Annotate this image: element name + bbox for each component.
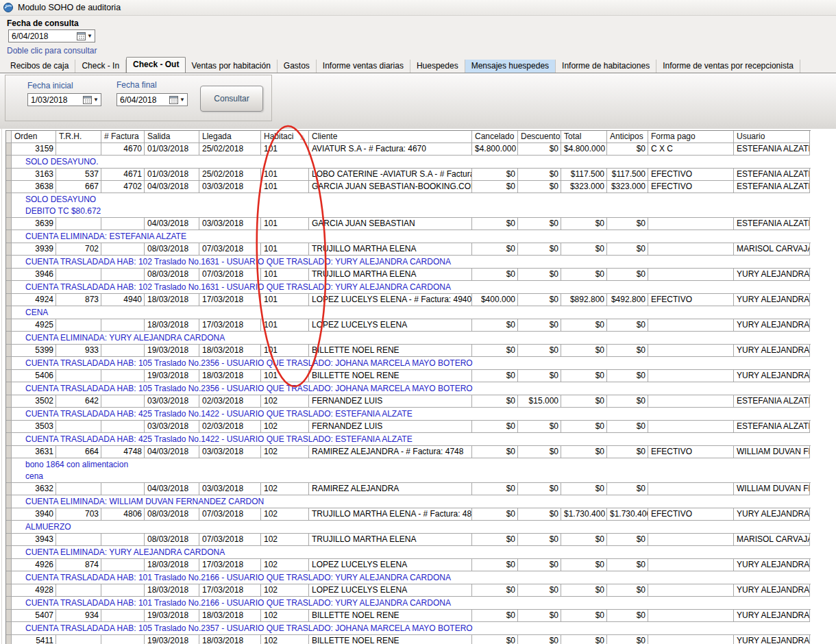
note-row[interactable]: CENA: [6, 306, 811, 319]
column-header-cliente[interactable]: Cliente: [309, 131, 472, 143]
row-selector[interactable]: [6, 357, 12, 370]
note-row[interactable]: CUENTA ELIMINADA: ESTEFANIA ALZATE: [6, 230, 811, 243]
table-row[interactable]: 492518/03/201817/03/2018101LOPEZ LUCELYS…: [6, 319, 811, 332]
row-selector[interactable]: [6, 156, 12, 169]
column-header-salida[interactable]: Salida: [145, 131, 199, 143]
row-selector[interactable]: [6, 521, 12, 534]
table-row[interactable]: 3638667470204/03/201803/03/2018101GARCIA…: [6, 181, 811, 193]
tab-informe-de-habitaciones[interactable]: Informe de habitaciones: [556, 60, 656, 73]
tab-informe-ventas-diarias[interactable]: Informe ventas diarias: [317, 60, 410, 73]
tab-informe-ventas-recepcionista[interactable]: Informe de ventas por recepcionista: [656, 60, 800, 73]
tab-check-out[interactable]: Check - Out: [126, 57, 186, 73]
row-selector[interactable]: [6, 395, 12, 408]
note-row[interactable]: SOLO DESAYUNO.: [6, 156, 811, 169]
column-header-anticipos[interactable]: Anticipos: [607, 131, 648, 143]
table-row[interactable]: 492818/03/201817/03/2018102LOPEZ LUCELYS…: [6, 584, 811, 597]
column-header-trh[interactable]: T.R.H.: [56, 131, 101, 143]
note-row[interactable]: bono 1864 con alimentacioncena: [6, 458, 811, 483]
table-row[interactable]: 363204/03/201803/03/2018102RAMIREZ ALEJA…: [6, 483, 811, 495]
row-selector[interactable]: [6, 306, 12, 319]
note-row[interactable]: SOLO DESAYUNODEBITO TC $80.672: [6, 193, 811, 218]
row-selector[interactable]: [6, 458, 12, 483]
note-row[interactable]: CUENTA TRASLADADA HAB: 102 Traslado No.1…: [6, 281, 811, 294]
note-row[interactable]: CUENTA ELIMINADA: YURY ALEJANDRA CARDONA: [6, 546, 811, 559]
note-row[interactable]: ALMUERZO: [6, 521, 811, 534]
table-row[interactable]: 540793419/03/201818/03/2018102BILLETTE N…: [6, 610, 811, 622]
calendar-dropdown-button[interactable]: ▼: [77, 32, 95, 40]
note-row[interactable]: CUENTA TRASLADADA HAB: 101 Traslado No.2…: [6, 597, 811, 610]
row-selector[interactable]: [6, 218, 12, 230]
table-row[interactable]: 539993319/03/201818/03/2018101BILLETTE N…: [6, 345, 811, 357]
note-row[interactable]: CUENTA TRASLADADA HAB: 101 Traslado No.2…: [6, 571, 811, 584]
note-row[interactable]: CUENTA TRASLADADA HAB: 425 Traslado No.1…: [6, 408, 811, 421]
row-selector[interactable]: [6, 169, 12, 181]
fecha-inicial-input[interactable]: 1/03/2018 ▼: [27, 93, 101, 106]
calendar-dropdown-button[interactable]: ▼: [83, 96, 101, 104]
column-header-factura[interactable]: # Factura: [101, 131, 145, 143]
tab-gastos[interactable]: Gastos: [278, 60, 317, 73]
note-row[interactable]: CUENTA TRASLADADA HAB: 105 Traslado No.2…: [6, 622, 811, 635]
row-selector[interactable]: [6, 508, 12, 521]
table-row[interactable]: 3631664474804/03/201803/03/2018102RAMIRE…: [6, 446, 811, 458]
row-selector[interactable]: [6, 281, 12, 294]
row-selector[interactable]: [6, 256, 12, 269]
fecha-final-input[interactable]: 6/04/2018 ▼: [116, 93, 188, 106]
table-row[interactable]: 363904/03/201803/03/2018101GARCIA JUAN S…: [6, 218, 811, 230]
row-selector[interactable]: [6, 243, 12, 256]
column-header-llegada[interactable]: Llegada: [199, 131, 261, 143]
column-header-habitacion[interactable]: Habitaci△: [261, 131, 309, 143]
column-header-descuento[interactable]: Descuento: [518, 131, 561, 143]
table-row[interactable]: 541119/03/201818/03/2018102BILLETTE NOEL…: [6, 635, 811, 644]
note-row[interactable]: CUENTA TRASLADADA HAB: 105 Traslado No.2…: [6, 382, 811, 395]
row-selector[interactable]: [6, 181, 12, 193]
column-header-total[interactable]: Total: [561, 131, 607, 143]
row-selector[interactable]: [6, 345, 12, 357]
row-selector[interactable]: [6, 193, 12, 218]
column-header-forma_pago[interactable]: Forma pago: [648, 131, 734, 143]
row-selector[interactable]: [6, 534, 12, 546]
note-row[interactable]: CUENTA TRASLADADA HAB: 105 Traslado No.2…: [6, 357, 811, 370]
row-selector[interactable]: [6, 571, 12, 584]
table-row[interactable]: 350303/03/201802/03/2018102FERNANDEZ LUI…: [6, 421, 811, 433]
tab-huespedes[interactable]: Huespedes: [410, 60, 465, 73]
row-selector[interactable]: [6, 382, 12, 395]
table-row[interactable]: 394608/03/201807/03/2018101TRUJILLO MART…: [6, 269, 811, 281]
row-selector[interactable]: [6, 433, 12, 446]
fecha-consulta-input[interactable]: 6/04/2018 ▼: [8, 29, 95, 42]
calendar-dropdown-button[interactable]: ▼: [169, 96, 187, 104]
column-header-cancelado[interactable]: Cancelado: [472, 131, 518, 143]
row-selector[interactable]: [6, 319, 12, 332]
row-selector[interactable]: [6, 230, 12, 243]
row-selector[interactable]: [6, 483, 12, 495]
column-header-usuario[interactable]: Usuario: [734, 131, 810, 143]
row-selector[interactable]: [6, 610, 12, 622]
row-selector[interactable]: [6, 421, 12, 433]
note-row[interactable]: CUENTA TRASLADADA HAB: 425 Traslado No.1…: [6, 433, 811, 446]
table-row[interactable]: 350264203/03/201802/03/2018102FERNANDEZ …: [6, 395, 811, 408]
table-row[interactable]: 4924873494018/03/201817/03/2018101LOPEZ …: [6, 294, 811, 306]
row-selector[interactable]: [6, 584, 12, 597]
row-selector[interactable]: [6, 546, 12, 559]
consultar-button[interactable]: Consultar: [200, 86, 263, 112]
row-selector[interactable]: [6, 143, 12, 156]
row-selector[interactable]: [6, 294, 12, 306]
row-selector[interactable]: [6, 269, 12, 281]
note-row[interactable]: CUENTA ELIMINADA: WILLIAM DUVAN FERNANDE…: [6, 495, 811, 508]
tab-check-in[interactable]: Check - In: [75, 60, 126, 73]
tab-mensajes-huespedes[interactable]: Mensajes huespedes: [465, 60, 556, 73]
tab-ventas-por-habitacion[interactable]: Ventas por habitación: [185, 60, 277, 73]
table-row[interactable]: 3940703480608/03/201807/03/2018102TRUJIL…: [6, 508, 811, 521]
row-selector[interactable]: [6, 597, 12, 610]
table-row[interactable]: 3163537467101/03/201825/02/2018101LOBO C…: [6, 169, 811, 181]
row-selector[interactable]: [6, 446, 12, 458]
table-row[interactable]: 3159467001/03/201825/02/2018101AVIATUR S…: [6, 143, 811, 156]
row-selector[interactable]: [6, 408, 12, 421]
row-selector[interactable]: [6, 332, 12, 345]
table-row[interactable]: 394308/03/201807/03/2018102TRUJILLO MART…: [6, 534, 811, 546]
row-selector[interactable]: [6, 495, 12, 508]
table-row[interactable]: 393970208/03/201807/03/2018101TRUJILLO M…: [6, 243, 811, 256]
row-selector[interactable]: [6, 370, 12, 382]
note-row[interactable]: CUENTA TRASLADADA HAB: 102 Traslado No.1…: [6, 256, 811, 269]
tab-recibos-de-caja[interactable]: Recibos de caja: [4, 60, 75, 73]
row-selector[interactable]: [6, 559, 12, 571]
